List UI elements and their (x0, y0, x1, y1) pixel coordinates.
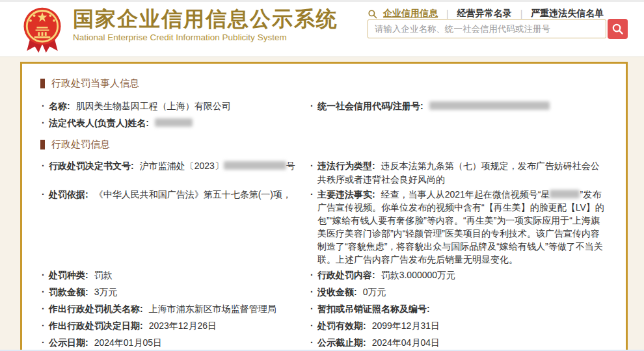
info-row: 处罚依据:《中华人民共和国广告法》第五十七条第(一)项， 主要违法事实:经查，当… (40, 187, 608, 266)
section-title-text: 行政处罚信息 (51, 138, 110, 151)
info-row: 处罚种类:罚款 行政处罚内容:罚款3.000000万元 (40, 266, 608, 283)
field-label: 名称: (49, 101, 70, 111)
field-label: 主要违法事实: (317, 189, 375, 200)
field-penalty-content: 行政处罚内容:罚款3.000000万元 (309, 266, 608, 283)
field-penalty-valid-until: 处罚有效期:2099年12月31日 (309, 317, 608, 334)
field-label: 法定代表人(负责人)姓名: (49, 118, 149, 128)
section-marker (40, 140, 45, 150)
facts-text-part1: 经查，当事人从2021年起在微信视频号“星 (381, 189, 550, 200)
field-label: 公示截止期: (317, 337, 366, 348)
field-label: 作出行政处罚决定日期: (49, 320, 143, 331)
field-penalty-basis: 处罚依据:《中华人民共和国广告法》第五十七条第(一)项， (40, 187, 309, 266)
nav-divider: | (520, 8, 523, 19)
field-fine-amount: 罚款金额:3万元 (40, 283, 309, 300)
site-header: 国家企业信用信息公示系统 National Enterprise Credit … (0, 2, 644, 57)
field-value: 肌因美生物基因工程（上海）有限公司 (76, 101, 231, 111)
redacted-value (550, 190, 580, 198)
field-value: 2024年04月04日 (372, 337, 440, 348)
redacted-value (429, 101, 550, 110)
nav-link-serious-violation-list[interactable]: 严重违法失信名单 (531, 8, 604, 20)
field-company-name: 名称:肌因美生物基因工程（上海）有限公司 (40, 98, 309, 114)
field-label: 处罚种类: (49, 270, 88, 280)
nav-divider: | (446, 8, 449, 19)
field-value: 罚款3.000000万元 (381, 270, 455, 280)
info-row: 作出行政处罚机关名称:上海市浦东新区市场监督管理局 暂扣或吊销证照名称及编号: (40, 300, 608, 317)
field-label: 违法行为类型: (317, 161, 375, 171)
section-marker (40, 79, 45, 88)
redacted-value (155, 118, 193, 127)
field-label: 没收金额: (317, 287, 357, 297)
search-input[interactable] (368, 20, 606, 38)
nav-link-abnormal-list[interactable]: 经营异常名录 (457, 8, 512, 20)
field-label: 处罚依据: (49, 189, 88, 200)
info-row: 名称:肌因美生物基因工程（上海）有限公司 统一社会信用代码/注册号: (40, 98, 608, 114)
field-value: 2099年12月31日 (372, 320, 440, 331)
field-penalty-authority: 作出行政处罚机关名称:上海市浦东新区市场监督管理局 (40, 300, 309, 317)
field-label: 行政处罚决定书文号: (49, 161, 134, 171)
field-label: 暂扣或吊销证照名称及编号: (317, 304, 430, 314)
field-label: 行政处罚内容: (317, 270, 375, 280)
field-penalty-type: 处罚种类:罚款 (40, 266, 309, 283)
doc-no-suffix: 号 (286, 161, 295, 171)
field-publish-date: 公示日期:2024年01月05日 (40, 334, 309, 351)
info-row: 公示日期:2024年01月05日 公示截止期:2024年04月04日 (40, 334, 608, 351)
search-icon (611, 23, 624, 35)
doc-no-prefix: 沪市监浦处〔2023〕 (140, 161, 224, 171)
site-title-block: 国家企业信用信息公示系统 National Enterprise Credit … (73, 6, 338, 42)
field-confiscated-amount: 没收金额:0万元 (309, 283, 608, 300)
field-decision-doc-no: 行政处罚决定书文号:沪市监浦处〔2023〕号 (40, 159, 309, 187)
field-label: 罚款金额: (49, 287, 88, 297)
national-emblem-logo (17, 5, 68, 54)
redacted-value (224, 161, 286, 170)
section-title-penalty: 行政处罚信息 (40, 138, 608, 151)
field-main-illegal-facts: 主要违法事实:经查，当事人从2021年起在微信视频号“星”发布广告宣传视频。你单… (309, 187, 608, 266)
nav-link-credit-info[interactable]: 企业信用信息 (383, 8, 438, 20)
field-label: 统一社会信用代码/注册号: (317, 101, 423, 111)
field-value: 2024年01月05日 (94, 337, 162, 348)
field-legal-representative: 法定代表人(负责人)姓名: (40, 114, 309, 131)
field-publish-end-date: 公示截止期:2024年04月04日 (309, 334, 608, 351)
field-violation-type: 违法行为类型:违反本法第九条第（七）项规定，发布广告妨碍社会公共秩序或者违背社会… (309, 159, 608, 187)
facts-text-part2: ”发布广告宣传视频。你单位发布的视频中含有“【再生美】的脸更配【LV】的包”“嫁… (317, 189, 604, 265)
field-value: 罚款 (94, 270, 113, 280)
field-label: 公示日期: (49, 337, 88, 348)
field-value: 3万元 (94, 287, 118, 297)
field-value: 上海市浦东新区市场监督管理局 (149, 304, 276, 314)
field-license-revoked: 暂扣或吊销证照名称及编号: (309, 300, 608, 317)
info-row: 罚款金额:3万元 没收金额:0万元 (40, 283, 608, 300)
info-row: 法定代表人(负责人)姓名: (40, 114, 608, 131)
search-button[interactable] (608, 19, 628, 39)
search-icon (368, 9, 377, 19)
section-title-text: 行政处罚当事人信息 (51, 77, 139, 90)
field-credit-code: 统一社会信用代码/注册号: (309, 98, 608, 114)
section-title-party: 行政处罚当事人信息 (40, 77, 608, 90)
field-decision-date: 作出行政处罚决定日期:2023年12月26日 (40, 317, 309, 334)
field-label: 作出行政处罚机关名称: (49, 304, 143, 314)
header-nav: 企业信用信息 | 经营异常名录 | 严重违法失信名单 (368, 8, 604, 20)
site-title-en: National Enterprise Credit Information P… (73, 32, 338, 42)
info-row: 行政处罚决定书文号:沪市监浦处〔2023〕号 违法行为类型:违反本法第九条第（七… (40, 159, 608, 187)
info-row: 作出行政处罚决定日期:2023年12月26日 处罚有效期:2099年12月31日 (40, 317, 608, 334)
penalty-detail-panel: 行政处罚当事人信息 名称:肌因美生物基因工程（上海）有限公司 统一社会信用代码/… (20, 62, 628, 351)
field-value: 2023年12月26日 (149, 320, 217, 331)
field-label: 处罚有效期: (317, 320, 366, 331)
search-bar (368, 20, 628, 38)
field-value: 《中华人民共和国广告法》第五十七条第(一)项， (94, 189, 291, 200)
site-title-cn: 国家企业信用信息公示系统 (73, 6, 338, 32)
field-value: 0万元 (363, 287, 386, 297)
